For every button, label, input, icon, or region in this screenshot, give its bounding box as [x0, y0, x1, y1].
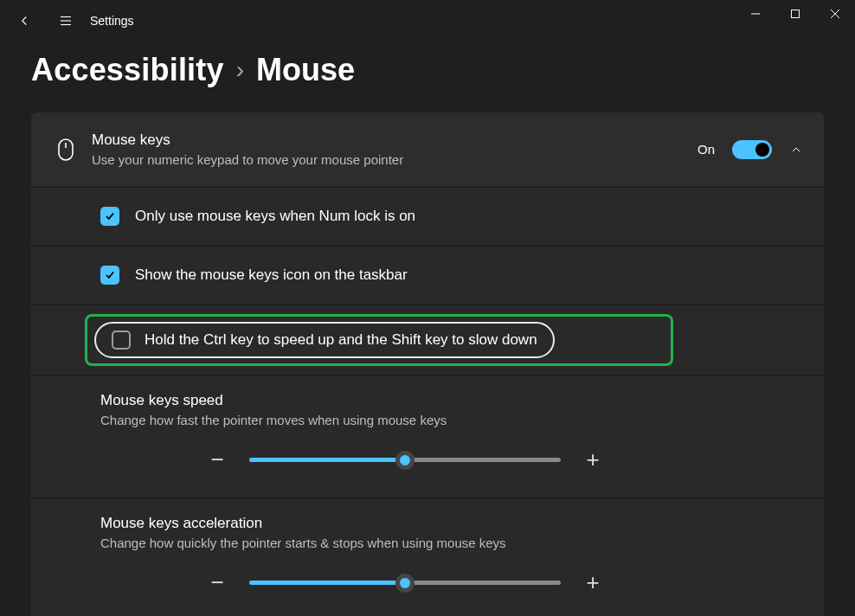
- chevron-up-icon[interactable]: [789, 143, 803, 157]
- option-numlock-checkbox[interactable]: [100, 207, 119, 226]
- mouse-keys-toggle[interactable]: [732, 140, 772, 159]
- mouse-keys-accel-block: Mouse keys acceleration Change how quick…: [31, 499, 824, 616]
- mouse-icon: [47, 138, 85, 162]
- mouse-keys-speed-block: Mouse keys speed Change how fast the poi…: [31, 376, 824, 499]
- mouse-keys-title: Mouse keys: [92, 132, 698, 149]
- mouse-keys-speed-title: Mouse keys speed: [100, 392, 803, 409]
- breadcrumb: Accessibility › Mouse: [31, 52, 824, 88]
- option-taskbar-icon-label: Show the mouse keys icon on the taskbar: [135, 266, 408, 284]
- speed-decrease-button[interactable]: −: [204, 446, 230, 473]
- option-taskbar-icon-checkbox[interactable]: [100, 266, 119, 285]
- option-taskbar-icon-row[interactable]: Show the mouse keys icon on the taskbar: [31, 247, 824, 305]
- option-numlock-label: Only use mouse keys when Num lock is on: [135, 208, 415, 225]
- minimize-button[interactable]: [736, 0, 775, 28]
- accel-decrease-button[interactable]: −: [204, 569, 230, 596]
- option-ctrl-shift-checkbox[interactable]: [112, 330, 131, 350]
- option-numlock-row[interactable]: Only use mouse keys when Num lock is on: [31, 188, 824, 247]
- breadcrumb-parent[interactable]: Accessibility: [31, 52, 224, 88]
- close-button[interactable]: [815, 0, 855, 28]
- option-ctrl-shift-label: Hold the Ctrl key to speed up and the Sh…: [145, 331, 537, 349]
- back-button[interactable]: [3, 0, 45, 42]
- speed-slider-thumb[interactable]: [395, 451, 415, 470]
- mouse-keys-toggle-label: On: [698, 142, 715, 157]
- accel-slider[interactable]: [249, 581, 561, 585]
- mouse-keys-speed-subtitle: Change how fast the pointer moves when u…: [100, 413, 803, 427]
- speed-slider[interactable]: [249, 458, 561, 462]
- maximize-button[interactable]: [775, 0, 815, 28]
- breadcrumb-separator: ›: [236, 56, 244, 84]
- option-ctrl-shift-row[interactable]: Hold the Ctrl key to speed up and the Sh…: [31, 305, 824, 376]
- svg-rect-7: [59, 139, 73, 160]
- mouse-keys-accel-subtitle: Change how quickly the pointer starts & …: [100, 536, 803, 550]
- accel-slider-thumb[interactable]: [395, 574, 415, 593]
- menu-button[interactable]: [45, 0, 87, 42]
- accel-increase-button[interactable]: +: [580, 569, 606, 596]
- mouse-keys-subtitle: Use your numeric keypad to move your mou…: [92, 152, 698, 167]
- highlight-box: Hold the Ctrl key to speed up and the Sh…: [85, 314, 673, 366]
- mouse-keys-accel-title: Mouse keys acceleration: [100, 515, 803, 532]
- breadcrumb-current: Mouse: [256, 52, 355, 88]
- speed-increase-button[interactable]: +: [580, 446, 606, 473]
- window-title: Settings: [90, 14, 134, 28]
- svg-rect-4: [792, 10, 800, 18]
- mouse-keys-header-row[interactable]: Mouse keys Use your numeric keypad to mo…: [31, 112, 824, 188]
